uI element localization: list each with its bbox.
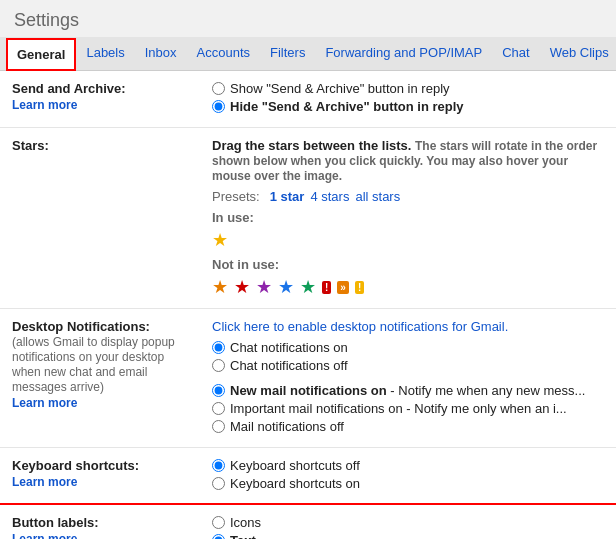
important-mail-notifications-row: Important mail notifications on - Notify… [212, 401, 604, 416]
keyboard-shortcuts-off-label: Keyboard shortcuts off [230, 458, 360, 473]
button-labels-text-row: Text [212, 533, 604, 539]
desktop-notifications-row: Desktop Notifications: (allows Gmail to … [0, 309, 616, 448]
button-labels-value-cell: Icons Text [200, 505, 616, 540]
send-archive-option-show-label: Show "Send & Archive" button in reply [230, 81, 450, 96]
stars-drag-info: Drag the stars between the lists. The st… [212, 138, 604, 183]
button-labels-text-label: Text [230, 533, 256, 539]
content-area: Send and Archive: Learn more Show "Send … [0, 71, 616, 539]
keyboard-shortcuts-learn-more[interactable]: Learn more [12, 475, 188, 489]
badge-exclaim-yellow[interactable]: ! [355, 281, 364, 294]
button-labels-label: Button labels: [12, 515, 99, 530]
keyboard-shortcuts-off-radio[interactable] [212, 459, 225, 472]
tab-accounts[interactable]: Accounts [187, 37, 260, 70]
button-labels-label-cell: Button labels: Learn more [0, 505, 200, 540]
tab-general[interactable]: General [6, 38, 76, 71]
page-title: Settings [0, 0, 616, 37]
desktop-notifications-sublabel: (allows Gmail to display popup notificat… [12, 335, 175, 394]
star-green[interactable]: ★ [300, 276, 316, 298]
chat-notifications-off-row: Chat notifications off [212, 358, 604, 373]
send-archive-label-cell: Send and Archive: Learn more [0, 71, 200, 128]
stars-drag-bold: Drag the stars between the lists. [212, 138, 411, 153]
badge-double-right[interactable]: » [337, 281, 349, 294]
important-mail-notifications-radio[interactable] [212, 402, 225, 415]
send-archive-option-2: Hide "Send & Archive" button in reply [212, 99, 604, 114]
stars-preset-1[interactable]: 1 star [270, 189, 305, 204]
chat-notifications-on-radio[interactable] [212, 341, 225, 354]
keyboard-shortcuts-on-row: Keyboard shortcuts on [212, 476, 604, 491]
new-mail-notifications-label: New mail notifications on - Notify me wh… [230, 383, 585, 398]
desktop-notifications-label-cell: Desktop Notifications: (allows Gmail to … [0, 309, 200, 448]
enable-desktop-notifications-link[interactable]: Click here to enable desktop notificatio… [212, 319, 508, 334]
button-labels-icons-label: Icons [230, 515, 261, 530]
send-archive-row: Send and Archive: Learn more Show "Send … [0, 71, 616, 128]
send-archive-option-1: Show "Send & Archive" button in reply [212, 81, 604, 96]
not-in-use-stars-row: ★ ★ ★ ★ ★ ! » ! [212, 276, 604, 298]
desktop-notifications-link: Click here to enable desktop notificatio… [212, 319, 604, 334]
stars-presets-row: Presets: 1 star 4 stars all stars [212, 189, 604, 204]
button-labels-text-radio[interactable] [212, 534, 225, 539]
star-purple[interactable]: ★ [256, 276, 272, 298]
tabs-bar: General Labels Inbox Accounts Filters Fo… [0, 37, 616, 71]
star-orange[interactable]: ★ [212, 276, 228, 298]
keyboard-shortcuts-off-row: Keyboard shortcuts off [212, 458, 604, 473]
send-archive-option-hide-label: Hide "Send & Archive" button in reply [230, 99, 464, 114]
new-mail-notifications-on-row: New mail notifications on - Notify me wh… [212, 383, 604, 398]
button-labels-learn-more[interactable]: Learn more [12, 532, 188, 539]
button-labels-icons-radio[interactable] [212, 516, 225, 529]
keyboard-shortcuts-value-cell: Keyboard shortcuts off Keyboard shortcut… [200, 448, 616, 505]
tab-forwarding[interactable]: Forwarding and POP/IMAP [315, 37, 492, 70]
send-archive-label: Send and Archive: [12, 81, 126, 96]
not-in-use-label: Not in use: [212, 257, 604, 272]
mail-notifications-off-label: Mail notifications off [230, 419, 344, 434]
desktop-notifications-learn-more[interactable]: Learn more [12, 396, 188, 410]
send-archive-value-cell: Show "Send & Archive" button in reply Hi… [200, 71, 616, 128]
star-red[interactable]: ★ [234, 276, 250, 298]
tab-labels[interactable]: Labels [76, 37, 134, 70]
settings-table: Send and Archive: Learn more Show "Send … [0, 71, 616, 539]
stars-row: Stars: Drag the stars between the lists.… [0, 128, 616, 309]
important-mail-notifications-label: Important mail notifications on - Notify… [230, 401, 567, 416]
stars-value-cell: Drag the stars between the lists. The st… [200, 128, 616, 309]
keyboard-shortcuts-on-label: Keyboard shortcuts on [230, 476, 360, 491]
stars-preset-all[interactable]: all stars [355, 189, 400, 204]
chat-notifications-on-label: Chat notifications on [230, 340, 348, 355]
in-use-stars-row: ★ [212, 229, 604, 251]
mail-notifications-group: New mail notifications on - Notify me wh… [212, 383, 604, 434]
send-archive-learn-more[interactable]: Learn more [12, 98, 188, 112]
stars-label-cell: Stars: [0, 128, 200, 309]
new-mail-notifications-radio[interactable] [212, 384, 225, 397]
tab-webclips[interactable]: Web Clips [540, 37, 616, 70]
mail-notifications-off-row: Mail notifications off [212, 419, 604, 434]
mail-notifications-off-radio[interactable] [212, 420, 225, 433]
in-use-label: In use: [212, 210, 604, 225]
button-labels-icons-row: Icons [212, 515, 604, 530]
keyboard-shortcuts-label: Keyboard shortcuts: [12, 458, 139, 473]
tab-filters[interactable]: Filters [260, 37, 315, 70]
keyboard-shortcuts-on-radio[interactable] [212, 477, 225, 490]
keyboard-shortcuts-label-cell: Keyboard shortcuts: Learn more [0, 448, 200, 505]
chat-notifications-off-radio[interactable] [212, 359, 225, 372]
chat-notifications-on-row: Chat notifications on [212, 340, 604, 355]
desktop-notifications-value-cell: Click here to enable desktop notificatio… [200, 309, 616, 448]
badge-exclaim-red[interactable]: ! [322, 281, 331, 294]
star-blue[interactable]: ★ [278, 276, 294, 298]
tab-inbox[interactable]: Inbox [135, 37, 187, 70]
send-archive-radio-show[interactable] [212, 82, 225, 95]
star-gold-in-use[interactable]: ★ [212, 229, 228, 251]
send-archive-radio-hide[interactable] [212, 100, 225, 113]
keyboard-shortcuts-row: Keyboard shortcuts: Learn more Keyboard … [0, 448, 616, 505]
stars-presets-label: Presets: [212, 189, 260, 204]
button-labels-row: Button labels: Learn more Icons Text [0, 505, 616, 540]
stars-preset-4[interactable]: 4 stars [310, 189, 349, 204]
stars-label: Stars: [12, 138, 49, 153]
tab-chat[interactable]: Chat [492, 37, 539, 70]
chat-notifications-off-label: Chat notifications off [230, 358, 348, 373]
desktop-notifications-label: Desktop Notifications: [12, 319, 150, 334]
